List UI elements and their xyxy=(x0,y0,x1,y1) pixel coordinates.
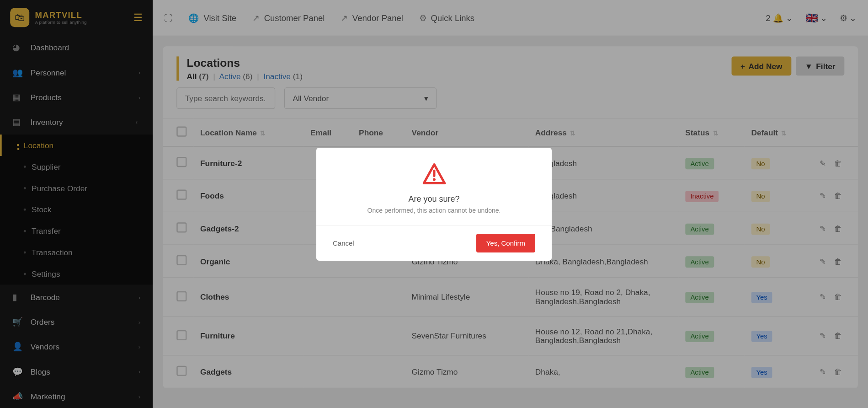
modal-body: Are you sure? Once performed, this actio… xyxy=(316,148,552,225)
modal-overlay[interactable]: Are you sure? Once performed, this actio… xyxy=(0,0,868,408)
modal-footer: Cancel Yes, Confirm xyxy=(316,225,552,261)
warning-icon xyxy=(421,162,447,185)
svg-point-1 xyxy=(433,178,436,181)
cancel-button[interactable]: Cancel xyxy=(333,239,354,247)
confirm-button[interactable]: Yes, Confirm xyxy=(476,234,535,252)
modal-title: Are you sure? xyxy=(329,194,539,204)
modal-text: Once performed, this action cannot be un… xyxy=(329,207,539,214)
confirm-modal: Are you sure? Once performed, this actio… xyxy=(316,148,552,261)
